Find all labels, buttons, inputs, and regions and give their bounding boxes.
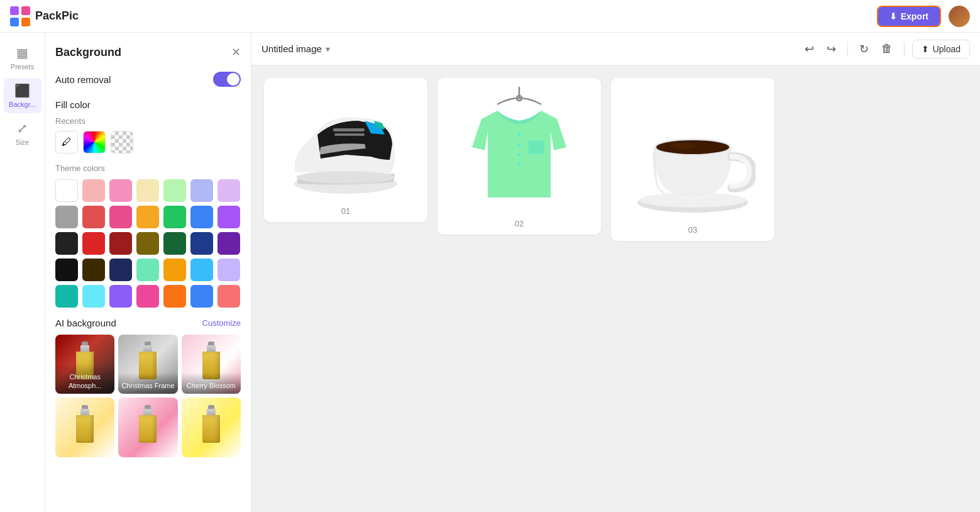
presets-icon: ▦: [16, 45, 28, 60]
loop-button[interactable]: ↻: [856, 40, 873, 58]
presets-label: Presets: [11, 63, 34, 70]
theme-colors-label: Theme colors: [55, 164, 241, 173]
left-panel: Background ✕ Auto removal Fill color Rec…: [45, 33, 251, 512]
image-card-01[interactable]: 01: [264, 78, 427, 222]
svg-rect-6: [334, 133, 365, 136]
canvas-area: Untitled image ▾ ↩ ↪ ↻ 🗑 ⬆ Upload: [251, 33, 980, 512]
logo-text: PackPic: [35, 9, 79, 23]
ai-bg-item-christmas-atm[interactable]: Christmas Atmosph...: [55, 335, 114, 394]
image-card-03[interactable]: 03: [611, 78, 774, 241]
color-swatch-blue-grad[interactable]: [190, 285, 213, 308]
canvas-content: 01: [251, 65, 980, 512]
export-button[interactable]: ⬇ Export: [877, 6, 941, 27]
eyedropper-button[interactable]: 🖊: [55, 131, 78, 153]
color-swatch-blue[interactable]: [190, 206, 213, 228]
sidebar-nav: ▦ Presets ⬛ Backgr... ⤢ Size: [0, 33, 45, 512]
header-right: ⬇ Export: [877, 6, 970, 27]
color-swatch-salmon-grad[interactable]: [217, 285, 240, 308]
shirt-image: [456, 84, 582, 210]
color-swatch-teal-grad[interactable]: [55, 285, 78, 308]
toolbar-divider-2: [904, 42, 905, 57]
sidebar-item-background[interactable]: ⬛ Backgr...: [4, 78, 41, 113]
color-swatch-near-black[interactable]: [55, 259, 78, 281]
svg-rect-2: [10, 18, 19, 26]
ai-bg-item-flowers1[interactable]: [55, 398, 114, 457]
bottle-decoration-flowers2: [139, 405, 157, 443]
ai-bg-item-flowers3[interactable]: [182, 398, 241, 457]
color-swatch-light-blue[interactable]: [190, 179, 213, 202]
ai-bg-header: AI background Customize: [55, 318, 241, 328]
color-swatch-maroon[interactable]: [109, 232, 132, 255]
svg-point-11: [518, 143, 521, 147]
color-swatch-crimson[interactable]: [82, 232, 105, 255]
delete-button[interactable]: 🗑: [878, 40, 896, 58]
color-swatch-white[interactable]: [55, 179, 78, 202]
sidebar-item-size[interactable]: ⤢ Size: [4, 116, 41, 151]
color-swatch-sky-blue[interactable]: [190, 259, 213, 281]
color-swatch-green[interactable]: [163, 206, 186, 228]
transparent-button[interactable]: [111, 131, 133, 153]
color-swatch-red-medium[interactable]: [82, 206, 105, 228]
color-swatch-soft-lavender[interactable]: [217, 259, 240, 281]
color-swatch-peach-grad[interactable]: [163, 285, 186, 308]
logo: PackPic: [10, 6, 79, 26]
upload-label: Upload: [933, 44, 961, 54]
color-picker-button[interactable]: [83, 131, 106, 153]
ai-bg-item-christmas-frame[interactable]: Christmas Frame: [118, 335, 177, 394]
svg-point-7: [297, 171, 395, 184]
color-swatch-olive[interactable]: [136, 232, 159, 255]
logo-icon: [10, 6, 30, 26]
auto-removal-row: Auto removal: [55, 72, 241, 87]
ai-bg-title: AI background: [55, 318, 116, 328]
bottle-decoration-flowers3: [202, 405, 220, 443]
svg-rect-0: [10, 6, 19, 15]
color-swatch-light-green[interactable]: [163, 179, 186, 202]
svg-point-19: [671, 143, 696, 149]
svg-point-10: [518, 133, 521, 136]
sidebar-item-presets[interactable]: ▦ Presets: [4, 40, 41, 75]
color-swatch-dark-green[interactable]: [163, 232, 186, 255]
undo-button[interactable]: ↩: [801, 40, 818, 58]
auto-removal-toggle[interactable]: [213, 72, 241, 87]
color-swatch-pink[interactable]: [109, 179, 132, 202]
svg-rect-5: [333, 128, 365, 131]
panel-close-button[interactable]: ✕: [231, 45, 241, 59]
avatar[interactable]: [949, 6, 970, 27]
color-swatch-mint[interactable]: [136, 259, 159, 281]
upload-button[interactable]: ⬆ Upload: [912, 40, 970, 58]
color-swatch-dark-purple[interactable]: [217, 232, 240, 255]
color-swatch-amber[interactable]: [163, 259, 186, 281]
size-label: Size: [16, 138, 29, 146]
redo-button[interactable]: ↪: [823, 40, 840, 58]
color-swatch-pink-grad[interactable]: [136, 285, 159, 308]
main-layout: ▦ Presets ⬛ Backgr... ⤢ Size Background …: [0, 33, 980, 512]
svg-rect-3: [21, 18, 30, 26]
size-icon: ⤢: [17, 121, 28, 136]
canvas-title-chevron-icon[interactable]: ▾: [326, 44, 330, 54]
color-swatch-gray[interactable]: [55, 206, 78, 228]
toggle-knob: [227, 73, 239, 86]
color-swatch-lavender-light[interactable]: [217, 179, 240, 202]
upload-icon: ⬆: [922, 44, 929, 54]
color-swatch-light-pink[interactable]: [82, 179, 105, 202]
bottle-decoration-flowers1: [76, 405, 94, 443]
svg-point-13: [518, 164, 521, 167]
customize-link[interactable]: Customize: [202, 318, 241, 328]
card-label-01: 01: [341, 206, 350, 216]
color-swatch-navy[interactable]: [190, 232, 213, 255]
canvas-title: Untitled image: [262, 43, 322, 54]
color-swatch-dark-navy[interactable]: [109, 259, 132, 281]
color-swatch-hot-pink[interactable]: [109, 206, 132, 228]
color-swatch-purple[interactable]: [217, 206, 240, 228]
svg-rect-14: [529, 141, 544, 153]
ai-bg-item-flowers2[interactable]: [118, 398, 177, 457]
image-card-02[interactable]: 02: [438, 78, 601, 235]
card-img-02: [450, 78, 588, 216]
color-swatch-violet-grad[interactable]: [109, 285, 132, 308]
color-swatch-dark-gray[interactable]: [55, 232, 78, 255]
color-swatch-orange[interactable]: [136, 206, 159, 228]
color-swatch-gold-black[interactable]: [82, 259, 105, 281]
ai-bg-item-cherry-blossom[interactable]: Cherry Blossom: [182, 335, 241, 394]
color-swatch-cyan-grad[interactable]: [82, 285, 105, 308]
color-swatch-cream[interactable]: [136, 179, 159, 202]
